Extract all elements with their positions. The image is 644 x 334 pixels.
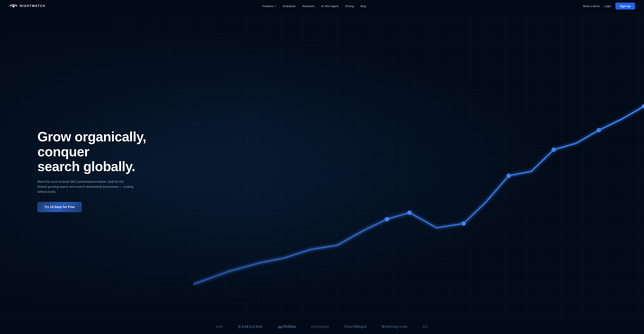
nav-enterprise[interactable]: Enterprise <box>283 4 296 8</box>
nav-blog[interactable]: Blog <box>360 4 366 8</box>
svg-point-8 <box>506 174 511 178</box>
svg-point-5 <box>385 217 389 221</box>
nav-pricing[interactable]: Pricing <box>345 4 354 8</box>
nav-links: Features ▼ Enterprise Research AI SEO Ag… <box>262 4 366 8</box>
nav-research[interactable]: Research <box>302 4 314 8</box>
hero-cta-button[interactable]: Try 14 Days for Free <box>38 202 82 212</box>
svg-point-10 <box>597 128 601 132</box>
logo-coinbase: coinbase <box>311 324 329 329</box>
brand-logo[interactable]: NIGHTWATCH <box>9 3 46 8</box>
rollbar-icon <box>278 325 282 328</box>
book-demo-link[interactable]: Book a demo <box>583 4 600 8</box>
logo-rollbar: Rollbar <box>278 324 296 329</box>
signup-button[interactable]: Sign Up <box>616 2 635 10</box>
logo-chartmogul: ChartMogul <box>344 324 367 329</box>
brand-name: NIGHTWATCH <box>20 4 46 8</box>
main-nav: NIGHTWATCH Features ▼ Enterprise Researc… <box>0 0 644 12</box>
hero-subtitle: Meet the most evolved SEO performance tr… <box>38 179 135 194</box>
logo-booking: Booking.com <box>382 324 408 329</box>
chevron-down-icon: ▼ <box>274 5 276 7</box>
logo-icon <box>9 3 18 8</box>
svg-point-7 <box>462 222 466 226</box>
svg-point-9 <box>552 148 556 152</box>
nav-ai-seo[interactable]: AI SEO Agent <box>321 4 338 8</box>
svg-point-3 <box>13 5 13 6</box>
svg-point-0 <box>12 4 15 8</box>
hero-chart <box>193 102 644 319</box>
logo-partial-left: ank <box>216 324 223 329</box>
svg-point-6 <box>407 210 412 215</box>
svg-point-11 <box>642 104 644 108</box>
client-logos-strip: ank SAMSUNG Rollbar coinbase ChartMogul … <box>0 319 644 334</box>
hero-title: Grow organically, conquer search globall… <box>38 130 164 174</box>
login-link[interactable]: Login <box>604 4 611 8</box>
hero-section: Grow organically, conquer search globall… <box>0 0 644 334</box>
nav-right-actions: Book a demo Login Sign Up <box>583 2 635 10</box>
logo-samsung: SAMSUNG <box>238 324 263 329</box>
svg-point-4 <box>14 5 14 6</box>
nav-features[interactable]: Features ▼ <box>262 4 276 8</box>
hero-content: Grow organically, conquer search globall… <box>38 130 164 212</box>
logo-partial-right: SC <box>422 324 428 329</box>
